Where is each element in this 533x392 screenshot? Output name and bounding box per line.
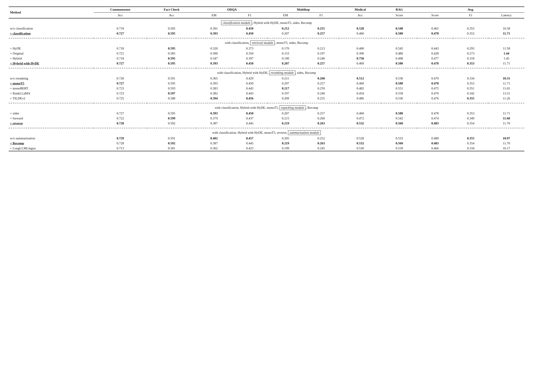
data-cell: 0.592 <box>147 121 196 126</box>
data-cell: 0.349 <box>453 116 488 121</box>
data-cell: 0.429 <box>232 76 268 81</box>
table-row: + monoBERT0.7230.5930.3830.4430.2170.259… <box>9 86 524 91</box>
table-row: + classification0.7270.5950.3930.4500.20… <box>9 31 524 36</box>
data-cell: 0.207 <box>268 61 303 66</box>
data-cell: 0.718 <box>94 46 147 51</box>
data-cell: 0.257 <box>303 81 339 86</box>
table-row: + Hybrid0.7180.5950.3470.3970.1900.2400.… <box>9 56 524 61</box>
data-cell: 0.720 <box>94 76 147 81</box>
table-row: w/o summarization0.7290.5910.4020.4570.2… <box>9 136 524 141</box>
table-row: + Hybrid with HyDE0.7270.5950.3930.4500.… <box>9 61 524 66</box>
data-cell: 0.219 <box>268 121 303 126</box>
data-cell: 0.353 <box>453 81 488 86</box>
data-cell: 0.437 <box>232 116 268 121</box>
table-row: + RankLLaMA0.7230.5970.3820.4430.1970.24… <box>9 91 524 96</box>
odqa-em-header: EM <box>196 13 232 19</box>
data-cell: 0.505 <box>147 26 196 31</box>
data-cell: 0.727 <box>94 31 147 36</box>
data-cell: 0.595 <box>147 31 196 36</box>
data-cell: 0.532 <box>339 141 381 146</box>
multihop-em-header: EM <box>268 13 303 19</box>
rag-score-header: Score <box>381 13 417 19</box>
data-cell: 0.718 <box>94 56 147 61</box>
section-label: with classification, Hybrid with HyDE, m… <box>9 103 524 111</box>
data-cell: 11.58 <box>488 46 524 51</box>
data-cell: 0.443 <box>232 91 268 96</box>
retrieval-module-label: retrieval module <box>250 41 275 45</box>
data-cell: 0.153 <box>268 51 303 56</box>
odqa-f1-header: F1 <box>232 13 268 19</box>
method-cell: + LongLLMLingua <box>9 146 94 151</box>
data-cell: 0.393 <box>196 31 232 36</box>
data-cell: 0.443 <box>232 86 268 91</box>
data-cell: 0.207 <box>268 111 303 116</box>
avg-score-header: Score <box>417 13 453 19</box>
section-label: with classification, Hybrid with HyDE, r… <box>9 68 524 76</box>
data-cell: 0.542 <box>381 116 417 121</box>
data-cell: 0.351 <box>453 86 488 91</box>
data-cell: 0.595 <box>147 61 196 66</box>
separator-line <box>9 66 524 68</box>
data-cell: 0.207 <box>268 81 303 86</box>
data-cell: 11.26 <box>488 96 524 101</box>
section-label-row: classification module, Hybrid with HyDE,… <box>9 18 524 26</box>
data-cell: 0.476 <box>417 96 453 101</box>
section-label: with classification, retrieval module, m… <box>9 38 524 46</box>
data-cell: 0.273 <box>453 51 488 56</box>
data-cell: 0.591 <box>147 136 196 141</box>
data-cell: 0.263 <box>303 121 339 126</box>
data-cell: 0.721 <box>94 51 147 56</box>
data-cell: 0.353 <box>453 61 488 66</box>
data-cell: 0.320 <box>196 46 232 51</box>
data-cell: 0.354 <box>453 121 488 126</box>
commonsense-header: Commonsense <box>94 7 147 13</box>
data-cell: 0.728 <box>94 121 147 126</box>
data-cell: 0.727 <box>94 81 147 86</box>
method-cell: + monoBERT <box>9 86 94 91</box>
data-cell: 0.592 <box>147 141 196 146</box>
data-cell: 0.460 <box>339 61 381 66</box>
data-cell: 16.17 <box>488 146 524 151</box>
data-cell: 0.450 <box>232 26 268 31</box>
data-cell: 0.382 <box>196 91 232 96</box>
data-cell: 0.450 <box>232 111 268 116</box>
data-cell: 11.71 <box>488 81 524 86</box>
table-row: + Original0.7210.5850.3000.3500.1530.197… <box>9 51 524 56</box>
data-cell: 0.347 <box>196 56 232 61</box>
data-cell: 0.465 <box>417 26 453 31</box>
method-cell: + forward <box>9 116 94 121</box>
data-cell: 0.387 <box>196 121 232 126</box>
data-cell: 0.528 <box>339 26 381 31</box>
separator-line <box>9 126 524 128</box>
data-cell: 0.729 <box>94 136 147 141</box>
table-row: + TILDEv20.7250.5880.3940.4560.2090.2550… <box>9 96 524 101</box>
section-label-row: with classification, retrieval module, m… <box>9 38 524 46</box>
data-cell: 11.65 <box>488 86 524 91</box>
section-label: with classification, Hybrid with HyDE, m… <box>9 128 524 136</box>
data-cell: 0.213 <box>303 46 339 51</box>
data-cell: 0.199 <box>268 146 303 151</box>
data-cell: 0.255 <box>303 96 339 101</box>
summarization-module-label: summarization module <box>288 131 321 135</box>
method-cell: + Hybrid <box>9 56 94 61</box>
data-cell: 0.350 <box>232 51 268 56</box>
method-header: Method <box>9 7 94 18</box>
data-cell: 0.456 <box>232 96 268 101</box>
data-cell: 0.450 <box>232 31 268 36</box>
data-cell: 0.362 <box>196 146 232 151</box>
data-cell: 0.580 <box>381 111 417 116</box>
data-cell: 0.475 <box>417 86 453 91</box>
data-cell: 0.595 <box>147 46 196 51</box>
data-cell: 0.342 <box>453 91 488 96</box>
data-cell: 0.334 <box>453 146 488 151</box>
multihop-header: Multihop <box>268 7 339 13</box>
data-cell: 0.240 <box>303 91 339 96</box>
data-cell: 0.713 <box>94 146 147 151</box>
data-cell: 0.423 <box>232 146 268 151</box>
data-cell: 0.725 <box>94 96 147 101</box>
table-row: + sides0.7270.5950.3930.4500.2070.2570.4… <box>9 111 524 116</box>
data-cell: 0.393 <box>196 81 232 86</box>
data-cell: 0.477 <box>417 56 453 61</box>
data-cell: 0.318 <box>453 56 488 61</box>
data-cell: 0.240 <box>303 56 339 61</box>
